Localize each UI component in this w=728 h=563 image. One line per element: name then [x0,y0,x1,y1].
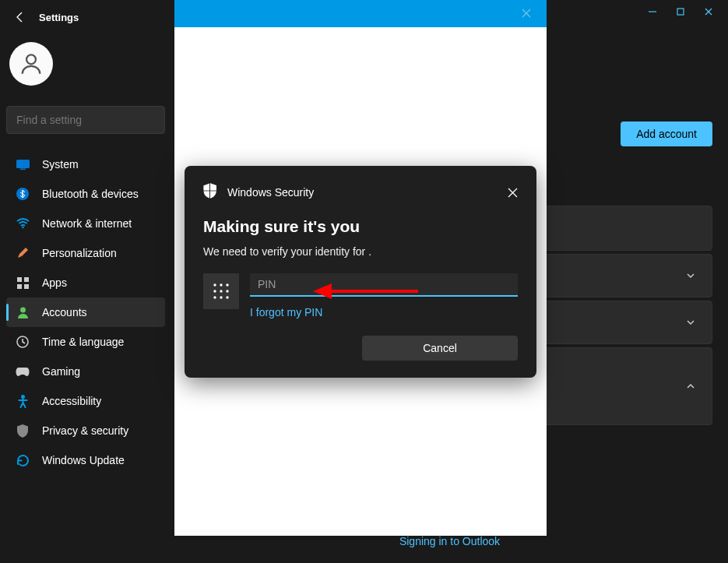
svg-rect-11 [17,284,22,289]
add-account-button[interactable]: Add account [621,121,712,146]
svg-point-13 [20,308,26,313]
search-box[interactable] [6,106,165,134]
svg-point-22 [226,283,228,286]
svg-rect-6 [20,168,26,170]
brush-icon [16,246,30,260]
nav-label: Gaming [42,365,80,378]
outlook-signin-link[interactable]: Signing in to Outlook [399,535,500,547]
sidebar-item-personalization[interactable]: Personalization [6,238,165,268]
sidebar-item-system[interactable]: System [6,150,165,179]
sidebar-item-privacy[interactable]: Privacy & security [6,416,165,445]
sidebar-item-bluetooth[interactable]: Bluetooth & devices [6,179,165,209]
dialog-footer: Cancel [203,336,518,361]
person-icon [16,305,30,319]
back-button[interactable] [14,11,26,23]
wifi-icon [16,216,30,230]
svg-point-4 [26,55,36,64]
nav-list: System Bluetooth & devices Network & int… [6,150,165,475]
svg-point-26 [213,296,216,298]
close-button[interactable] [703,6,714,17]
modal-titlebar [174,0,547,27]
chevron-down-icon[interactable] [685,270,696,281]
person-icon [18,51,44,77]
sidebar-item-gaming[interactable]: Gaming [6,357,165,386]
nav-label: Apps [42,276,67,289]
chevron-down-icon[interactable] [685,317,696,328]
system-icon [16,157,30,171]
dialog-subtext: We need to verify your identity for . [203,245,518,258]
clock-icon [16,335,30,349]
svg-point-21 [220,283,222,286]
dialog-header: Windows Security [203,183,518,202]
sidebar-item-network[interactable]: Network & internet [6,209,165,238]
sidebar-item-apps[interactable]: Apps [6,268,165,297]
windows-security-dialog: Windows Security Making sure it's you We… [185,166,536,378]
svg-point-20 [213,283,216,286]
svg-point-24 [220,290,222,292]
apps-icon [16,276,30,290]
nav-label: Time & language [42,336,124,348]
cancel-button[interactable]: Cancel [362,336,518,361]
user-avatar[interactable] [9,42,53,86]
pin-row: I forgot my PIN [203,273,518,318]
pin-input[interactable] [250,273,518,297]
app-title: Settings [39,12,79,23]
sidebar: System Bluetooth & devices Network & int… [0,39,171,475]
svg-point-28 [226,296,228,298]
nav-label: Windows Update [42,454,125,466]
window-controls [633,0,728,23]
svg-rect-1 [677,9,684,15]
dialog-title: Windows Security [227,186,314,199]
svg-point-25 [226,290,228,292]
nav-label: Network & internet [42,217,132,230]
maximize-button[interactable] [675,6,686,17]
search-input[interactable] [16,114,155,126]
sidebar-item-accounts[interactable]: Accounts [6,297,165,327]
svg-rect-5 [16,160,30,168]
nav-label: Bluetooth & devices [42,188,139,200]
dialog-heading: Making sure it's you [203,217,518,236]
svg-point-8 [22,227,23,228]
svg-point-27 [220,296,222,298]
shield-icon [16,424,30,438]
sidebar-item-accessibility[interactable]: Accessibility [6,386,165,416]
accessibility-icon [16,394,30,408]
forgot-pin-link[interactable]: I forgot my PIN [250,306,518,318]
svg-rect-10 [24,277,29,282]
minimize-button[interactable] [647,6,658,17]
bluetooth-icon [16,187,30,201]
update-icon [16,453,30,467]
nav-label: Privacy & security [42,424,128,437]
keypad-icon [203,273,239,309]
nav-label: Personalization [42,247,117,259]
nav-label: System [42,158,79,171]
nav-label: Accessibility [42,395,101,407]
svg-rect-9 [17,277,22,282]
svg-rect-12 [24,284,29,289]
modal-close-button[interactable] [522,8,531,20]
nav-label: Accounts [42,306,87,318]
sidebar-item-update[interactable]: Windows Update [6,445,165,475]
chevron-up-icon[interactable] [685,381,696,392]
shield-icon [203,183,216,202]
gamepad-icon [16,364,30,378]
sidebar-item-time[interactable]: Time & language [6,327,165,357]
dialog-close-button[interactable] [508,188,518,198]
svg-point-23 [213,290,216,292]
